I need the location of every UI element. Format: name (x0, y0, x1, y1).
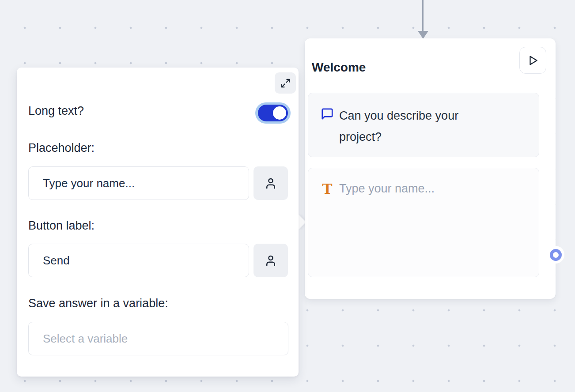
flow-edge-line (422, 0, 424, 32)
bubble-text: Can you describe your project? (339, 105, 492, 147)
group-title: Welcome (312, 60, 366, 75)
long-text-toggle[interactable] (255, 102, 291, 124)
connector-halo (547, 246, 564, 264)
text-input-icon: T (320, 182, 334, 196)
chat-bubble-icon (320, 107, 334, 121)
input-placeholder-preview: Type your name... (339, 182, 435, 196)
text-input-settings-panel: Long text? Placeholder: Button label: Sa… (17, 68, 299, 377)
flow-edge-arrowhead (418, 31, 428, 39)
welcome-group-node[interactable]: Welcome Can you describe your project? T… (305, 38, 556, 299)
placeholder-label: Placeholder: (28, 141, 95, 155)
text-input-block[interactable]: T Type your name... (308, 168, 539, 277)
long-text-label: Long text? (28, 104, 84, 118)
button-label-label: Button label: (28, 219, 95, 233)
user-icon (264, 177, 277, 190)
expand-icon (280, 78, 291, 88)
variable-select-input[interactable] (28, 322, 288, 355)
button-label-input[interactable] (28, 244, 249, 277)
toggle-track (258, 105, 288, 121)
insert-variable-button[interactable] (253, 166, 288, 200)
save-variable-label: Save answer in a variable: (28, 297, 168, 310)
preview-group-button[interactable] (519, 47, 546, 74)
user-icon (264, 254, 277, 267)
insert-variable-button[interactable] (253, 244, 288, 277)
toggle-knob (273, 106, 286, 120)
expand-button[interactable] (275, 72, 296, 94)
text-bubble-block[interactable]: Can you describe your project? (308, 93, 539, 157)
placeholder-input[interactable] (28, 166, 249, 200)
connector-dot[interactable] (550, 249, 562, 261)
play-icon (527, 55, 539, 66)
